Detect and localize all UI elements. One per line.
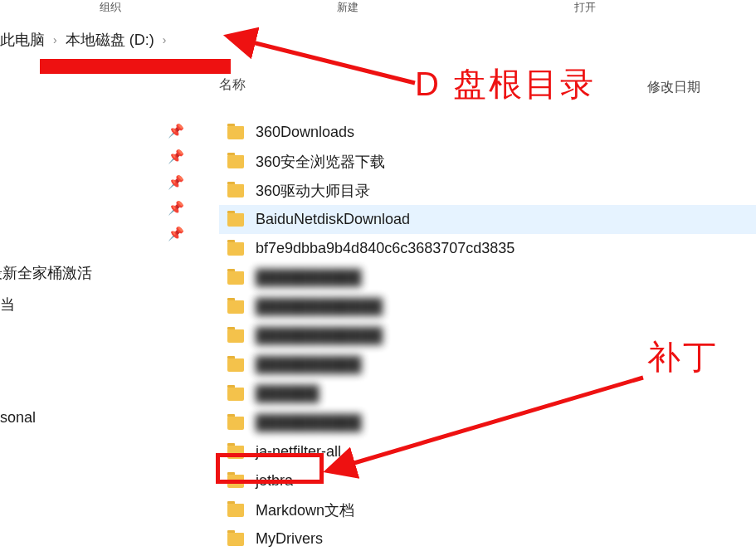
pin-icon: 📌: [168, 200, 184, 216]
list-item[interactable]: MyDrivers 2022-04-13 10:1: [219, 524, 756, 551]
folder-icon: [227, 300, 244, 314]
pin-icon: 📌: [168, 226, 184, 241]
file-name: 360Downloads: [256, 124, 756, 141]
breadcrumb-drive[interactable]: 本地磁盘 (D:): [66, 30, 154, 50]
file-name: bf7e9dbba9b4d840c6c3683707cd3835: [256, 240, 756, 257]
file-name: BaiduNetdiskDownload: [256, 211, 756, 228]
file-name: MyDrivers: [256, 530, 756, 548]
list-item[interactable]: bf7e9dbba9b4d840c6c3683707cd3835 2021-08…: [219, 234, 756, 263]
annotation-highlight-box: [216, 453, 324, 484]
list-item[interactable]: 360驱动大师目录 2021-08-08 14:4: [219, 176, 756, 205]
file-name: ██████████: [256, 269, 756, 286]
column-header-date[interactable]: 修改日期: [647, 79, 700, 96]
folder-icon: [227, 329, 244, 343]
file-name: ██████: [256, 385, 756, 402]
file-name: 360安全浏览器下载: [256, 152, 756, 172]
annotation-label-bottom: 补丁: [647, 334, 719, 380]
folder-icon: [227, 358, 244, 372]
breadcrumb[interactable]: 此电脑 › 本地磁盘 (D:) ›: [0, 30, 169, 50]
sidebar-item-recent[interactable]: 2 最新全家桶激活: [0, 263, 92, 283]
file-name: jetbra: [256, 472, 756, 490]
file-name: Markdown文档: [256, 500, 756, 520]
pin-icon: 📌: [168, 123, 184, 139]
list-item[interactable]: ██████ 2022-06-13 10:1: [219, 379, 756, 408]
list-item[interactable]: 360安全浏览器下载 2021-08-08 14:3: [219, 147, 756, 176]
chevron-right-icon: ›: [50, 33, 61, 46]
folder-icon: [227, 504, 244, 517]
folder-icon: [227, 417, 244, 430]
redaction-bar: [40, 59, 231, 74]
sidebar-item-fragment[interactable]: 当: [0, 295, 15, 315]
ribbon-group-new[interactable]: 新建: [337, 0, 358, 20]
file-name: ██████████: [256, 414, 756, 432]
list-item[interactable]: ██████████ 2022-01-24 18:5: [219, 263, 756, 292]
pin-icon: 📌: [168, 174, 184, 190]
chevron-right-icon: ›: [159, 33, 170, 46]
sidebar-pins: 📌 📌 📌 📌 📌: [168, 123, 184, 241]
list-item[interactable]: BaiduNetdiskDownload 2022-09-22 22:1: [219, 205, 756, 234]
file-name: ja-netfilter-all: [256, 443, 756, 461]
list-item[interactable]: ██████████ 2022-07-30 19:4: [219, 408, 756, 437]
folder-icon: [227, 388, 244, 401]
folder-icon: [227, 533, 244, 546]
ribbon: 组织 新建 打开: [0, 0, 756, 20]
sidebar-item-sonal[interactable]: sonal: [0, 409, 36, 427]
svg-line-0: [249, 41, 415, 83]
ribbon-group-open[interactable]: 打开: [574, 0, 596, 20]
list-item[interactable]: ████████████ 2022-06-16 17:2: [219, 292, 756, 321]
file-name: 360驱动大师目录: [256, 181, 756, 201]
ribbon-group-organize[interactable]: 组织: [100, 0, 121, 20]
folder-icon: [227, 155, 244, 168]
list-item[interactable]: 360Downloads 2021-08-05 7:03: [219, 118, 756, 147]
folder-icon: [227, 184, 244, 197]
annotation-label-top: D 盘根目录: [415, 61, 596, 107]
folder-icon: [227, 271, 244, 285]
breadcrumb-root[interactable]: 此电脑: [0, 30, 45, 50]
column-header-name[interactable]: 名称: [219, 76, 246, 94]
folder-icon: [227, 213, 244, 227]
file-name: ████████████: [256, 298, 756, 315]
list-item[interactable]: Markdown文档 2022-10-18 20:4: [219, 495, 756, 524]
folder-icon: [227, 242, 244, 256]
pin-icon: 📌: [168, 149, 184, 164]
folder-icon: [227, 126, 244, 139]
